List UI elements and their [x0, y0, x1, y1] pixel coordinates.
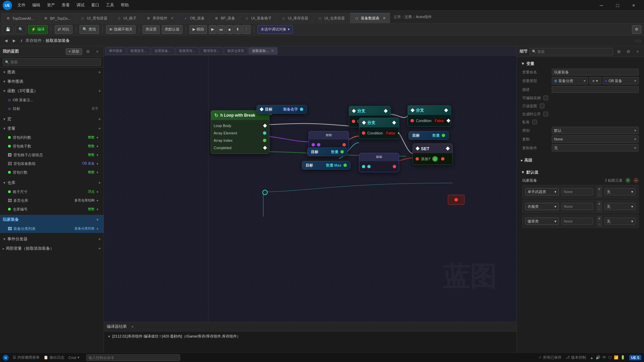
version-ctrl[interactable]: ⎇ 版本控制	[566, 355, 586, 360]
list-item[interactable]: 背包列列数 整数 ▾	[0, 133, 104, 142]
category-dropdown[interactable]: 默认 ▾	[552, 127, 639, 134]
private-checkbox[interactable]	[532, 120, 537, 124]
tab-ob-equip[interactable]: ● OB_装备	[179, 13, 209, 23]
vartype-ob-dropdown[interactable]: ● OB 装备 ▾	[603, 77, 639, 84]
pin-exec-b2-in[interactable]	[362, 121, 366, 124]
canvas-tab-check-inv[interactable]: 检查库存...	[175, 47, 199, 55]
section-header-advanced[interactable]: ▸ 高级	[520, 156, 641, 164]
canvas-tab-close-pickup[interactable]: ✕	[271, 49, 274, 53]
varname-value[interactable]: 玩家装备	[552, 69, 639, 75]
tab-bp-equip[interactable]: ⚙ BP_装备	[210, 13, 239, 23]
section-header-functions[interactable]: ▼ 函数（3可覆盖） +	[0, 86, 104, 96]
tab-bp-topdo[interactable]: ⚙ BP_TopDo...	[39, 13, 75, 23]
tab-ui-inventory[interactable]: □ UI_库存容器	[277, 13, 313, 23]
pin-dot-eq2-out[interactable]	[393, 165, 396, 168]
tab-equip-datatable[interactable]: □ 装备数据表 ✕	[350, 13, 390, 23]
branch2-node[interactable]: 分支 Condition False	[359, 118, 399, 139]
pin-dot-qty-out[interactable]	[340, 150, 344, 154]
hidden-button[interactable]: 👁 隐藏不相关	[106, 25, 136, 34]
pin-dot-condition2[interactable]	[362, 131, 365, 135]
pin-exec-b1-in[interactable]	[352, 109, 356, 113]
remove-item-icon[interactable]: −	[633, 178, 639, 183]
section-add-vars[interactable]: +	[98, 126, 101, 131]
pin-dot-eq1-in1[interactable]	[312, 143, 315, 146]
inv-none-2[interactable]: None	[561, 218, 593, 225]
section-add-event-dispatcher[interactable]: +	[98, 236, 101, 242]
pin-check-icon[interactable]: ✓	[432, 156, 438, 162]
close-right-panel-button[interactable]: ×	[634, 48, 641, 55]
pin-dot-array-element[interactable]	[263, 131, 266, 135]
compare-button[interactable]: ⇄ 对比	[55, 25, 72, 34]
pin-dot-add-out[interactable]	[441, 157, 444, 161]
pin-dot-add-target[interactable]	[416, 157, 419, 161]
pin-exec-false3[interactable]	[447, 119, 450, 122]
section-header-default[interactable]: ▼ 默认值	[520, 168, 641, 176]
vartype-dropdown[interactable]: ⊞ 装备分类 ▾	[552, 77, 588, 84]
vartype-array-dropdown[interactable]: ≡ ▾	[589, 77, 601, 84]
pin-exec-b3-in[interactable]	[411, 108, 414, 112]
inv-value-dropdown-0[interactable]: 无 ▾	[604, 188, 636, 195]
list-item-equip-classify[interactable]: 装备分类列表 装备分类列表 ▾	[0, 224, 104, 233]
section-add-graph[interactable]: +	[98, 69, 101, 75]
section-header-event-dispatcher[interactable]: ▼ 事件分发器 +	[0, 234, 104, 244]
inv-browse-2[interactable]: →	[597, 222, 602, 226]
section-header-warehouse[interactable]: ▼ 仓库 +	[0, 178, 104, 187]
more-button[interactable]: ⋮	[242, 25, 251, 34]
pin-dot-qty-r-out[interactable]	[442, 134, 445, 137]
menu-edit[interactable]: 编辑	[30, 2, 43, 9]
add-function-button[interactable]: + 添加	[66, 48, 82, 55]
desc-value[interactable]	[552, 86, 639, 93]
nav-back-button[interactable]: ◀	[3, 37, 9, 45]
add-item-icon[interactable]: +	[625, 178, 631, 183]
section-add-local-vars[interactable]: +	[98, 246, 101, 251]
pin-exec-b2-out[interactable]	[392, 121, 396, 124]
tab-close-inventory[interactable]: ✕	[171, 16, 174, 20]
maximize-button[interactable]: □	[610, 0, 625, 11]
right-search-input[interactable]	[537, 50, 611, 54]
list-item[interactable]: 背包格子占据状态 整数 ▾	[0, 150, 104, 159]
pin-dot-eq2-in1[interactable]	[362, 165, 365, 168]
red-end-node[interactable]	[448, 195, 465, 205]
pin-dot-eq1-in2[interactable]	[317, 143, 320, 146]
section-header-detail-vars[interactable]: ▼ 变量	[520, 60, 641, 68]
right-settings-icon[interactable]: ⚙	[625, 48, 632, 55]
inv-value-dropdown-1[interactable]: 无 ▾	[604, 203, 636, 210]
inv-value-dropdown-2[interactable]: 无 ▾	[604, 218, 636, 225]
target-qty-node[interactable]: 目标 数量	[307, 147, 347, 156]
content-side-menu-btn[interactable]: ☰ 内容侧滑菜单	[13, 355, 40, 360]
debug-mode-dropdown[interactable]: 未选中调试对象 ▾	[258, 25, 293, 34]
left-search-box[interactable]: 🔍	[3, 58, 101, 66]
pin-dot-eq2-in2[interactable]	[367, 165, 371, 168]
section-player-equip[interactable]: 玩家装备 ▾	[0, 215, 104, 224]
inv-reset-1[interactable]: ↺	[597, 201, 602, 206]
list-item[interactable]: 格子尺寸 浮点 ▾	[0, 187, 104, 196]
tab-ui-backpack[interactable]: □ UI_背包容器	[76, 13, 112, 23]
type-default-button[interactable]: 类默认值	[162, 25, 182, 34]
menu-file[interactable]: 文件	[15, 2, 28, 9]
section-header-local-vars[interactable]: ▸ 局部变量（拾取添加装备） +	[0, 244, 104, 253]
cmd-dropdown[interactable]: Cmd ▾	[68, 355, 79, 360]
list-item[interactable]: ⊙ OB 装备注...	[0, 96, 104, 104]
pin-dot-red[interactable]	[454, 198, 458, 201]
menu-window[interactable]: 窗口	[89, 2, 102, 9]
blueprint-settings-button[interactable]: ⚙	[632, 25, 641, 34]
pin-dot-eq1-out[interactable]	[342, 143, 346, 146]
section-header-macros[interactable]: ▼ 宏 +	[0, 114, 104, 124]
cmd-input[interactable]	[86, 354, 180, 361]
pin-dot-array-index[interactable]	[263, 139, 266, 142]
tab-ui-warehouse[interactable]: □ UI_仓库容器	[313, 13, 349, 23]
save-button[interactable]: 💾	[3, 25, 13, 34]
menu-asset[interactable]: 资产	[44, 2, 58, 9]
output-log-btn[interactable]: 📋 输出日志	[44, 355, 64, 360]
canvas-tab-organize[interactable]: 整理库存...	[200, 47, 223, 55]
list-item[interactable]: 仓库编号 整数 ▾	[0, 205, 104, 214]
target-name-node[interactable]: 目标 装备名字	[257, 105, 307, 114]
stop-button[interactable]: ■	[226, 25, 233, 34]
canvas-tab-pickup[interactable]: 拾取添加... ✕	[249, 47, 277, 55]
pin-exec-completed[interactable]	[263, 146, 267, 149]
eq2-node[interactable]: ==	[359, 153, 399, 172]
pin-exec-set-in[interactable]	[416, 146, 419, 150]
pin-dot-qty-max-out[interactable]	[343, 164, 347, 167]
play-button[interactable]: ▶	[209, 25, 216, 34]
canvas-tab-events[interactable]: 事件图表	[105, 47, 126, 55]
